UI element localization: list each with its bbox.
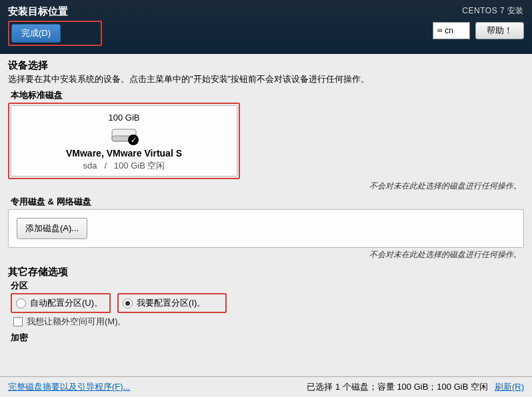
header-left: 安装目标位置 完成(D) (8, 5, 433, 46)
disk-free: 100 GiB 空闲 (114, 161, 165, 171)
done-button-highlight: 完成(D) (8, 21, 102, 46)
radio-icon (123, 298, 133, 308)
checkbox-icon (13, 317, 23, 326)
footer-right: 已选择 1 个磁盘；容量 100 GiB；100 GiB 空闲 刷新(R) (307, 381, 524, 393)
refresh-link[interactable]: 刷新(R) (495, 381, 524, 393)
extra-space-option[interactable]: 我想让额外空间可用(M)。 (13, 316, 524, 328)
special-disks-area: 添加磁盘(A)... (8, 209, 524, 248)
header-bar: 安装目标位置 完成(D) CENTOS 7 安装 ⌨ cn 帮助！ (0, 0, 532, 54)
disk-card[interactable]: 100 GiB ✓ VMware, VMware Virtual S sda /… (11, 105, 237, 177)
disk-subline: sda / 100 GiB 空闲 (18, 160, 230, 172)
done-button[interactable]: 完成(D) (11, 24, 61, 43)
installer-title: CENTOS 7 安装 (433, 5, 524, 17)
local-disks-note: 不会对未在此处选择的磁盘进行任何操作。 (8, 181, 521, 192)
disk-summary-link[interactable]: 完整磁盘摘要以及引导程序(F)... (8, 381, 130, 393)
device-selection-description: 选择要在其中安装系统的设备。点击主菜单中的"开始安装"按钮前不会对该设备进行任何… (8, 73, 524, 85)
disk-size: 100 GiB (18, 113, 230, 123)
extra-space-label: 我想让额外空间可用(M)。 (27, 316, 127, 328)
content-area: 设备选择 选择要在其中安装系统的设备。点击主菜单中的"开始安装"按钮前不会对该设… (0, 54, 532, 376)
footer-bar: 完整磁盘摘要以及引导程序(F)... 已选择 1 个磁盘；容量 100 GiB；… (0, 376, 532, 397)
disk-device: sda (83, 161, 97, 171)
selection-status: 已选择 1 个磁盘；容量 100 GiB；100 GiB 空闲 (307, 381, 488, 393)
special-disks-label: 专用磁盘 & 网络磁盘 (11, 196, 524, 208)
hard-disk-icon: ✓ (111, 125, 137, 144)
header-right: CENTOS 7 安装 ⌨ cn 帮助！ (433, 5, 524, 39)
manual-partition-option[interactable]: 我要配置分区(I)。 (117, 293, 227, 313)
manual-partition-label: 我要配置分区(I)。 (137, 297, 205, 309)
keyboard-layout-selector[interactable]: ⌨ cn (433, 22, 470, 39)
keyboard-layout-label: cn (445, 26, 453, 35)
radio-icon (16, 298, 26, 308)
disk-highlight-frame: 100 GiB ✓ VMware, VMware Virtual S sda /… (8, 103, 240, 179)
auto-partition-option[interactable]: 自动配置分区(U)。 (11, 293, 111, 313)
keyboard-icon: ⌨ (437, 26, 442, 35)
check-icon: ✓ (128, 135, 139, 145)
header-controls: ⌨ cn 帮助！ (433, 22, 524, 39)
storage-options-heading: 其它存储选项 (8, 266, 524, 278)
encrypt-label: 加密 (11, 332, 524, 344)
auto-partition-label: 自动配置分区(U)。 (30, 297, 103, 309)
help-button[interactable]: 帮助！ (475, 22, 524, 39)
page-title: 安装目标位置 (8, 5, 433, 18)
partition-label: 分区 (11, 280, 524, 292)
disk-name: VMware, VMware Virtual S (18, 148, 230, 159)
disk-sep: / (104, 161, 107, 171)
special-disks-note: 不会对未在此处选择的磁盘进行任何操作。 (8, 249, 521, 260)
add-disk-button[interactable]: 添加磁盘(A)... (17, 218, 87, 239)
partition-radio-row: 自动配置分区(U)。 我要配置分区(I)。 (11, 293, 524, 313)
local-disks-label: 本地标准磁盘 (11, 89, 524, 101)
device-selection-heading: 设备选择 (8, 59, 524, 72)
